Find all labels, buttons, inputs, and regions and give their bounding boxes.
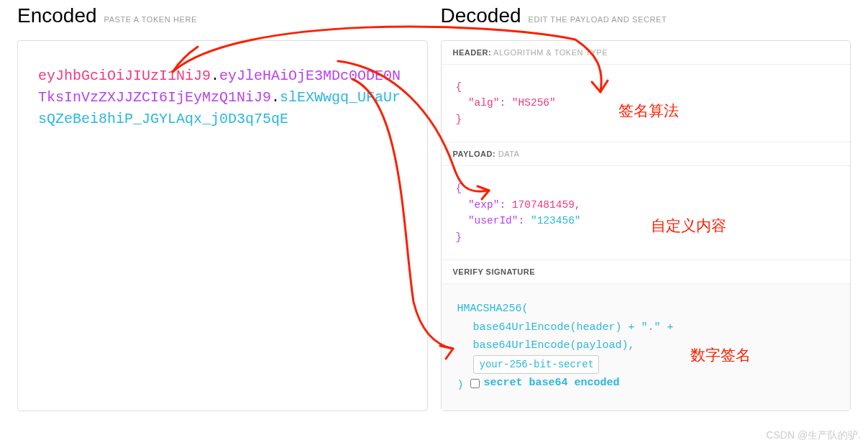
secret-base64-label: secret base64 encoded	[484, 374, 620, 393]
annotation-digital-signature: 数字签名	[690, 345, 751, 365]
decoded-title-row: Decoded EDIT THE PAYLOAD AND SECRET	[441, 4, 851, 27]
secret-base64-checkbox[interactable]	[470, 379, 480, 388]
payload-section-label: PAYLOAD: DATA	[442, 142, 851, 166]
header-section-label: HEADER: ALGORITHM & TOKEN TYPE	[442, 41, 851, 65]
annotation-custom-content: 自定义内容	[651, 216, 726, 236]
encoded-token-box[interactable]: eyJhbGciOiJIUzI1NiJ9.eyJleHAiOjE3MDc0ODE…	[17, 40, 428, 411]
decoded-panel: HEADER: ALGORITHM & TOKEN TYPE { "alg": …	[441, 40, 851, 411]
encoded-title-row: Encoded PASTE A TOKEN HERE	[17, 4, 428, 27]
encoded-title: Encoded	[17, 4, 97, 27]
annotation-sign-algo: 签名算法	[618, 101, 679, 121]
watermark: CSDN @生产队的驴.	[766, 429, 861, 442]
payload-json[interactable]: { "exp": 1707481459, "userId": "123456" …	[442, 166, 851, 260]
signature-section-label: VERIFY SIGNATURE	[442, 260, 851, 284]
encoded-subtitle: PASTE A TOKEN HERE	[104, 15, 197, 24]
token-header-part: eyJhbGciOiJIUzI1NiJ9	[38, 68, 211, 84]
signature-body: HMACSHA256( base64UrlEncode(header) + ".…	[442, 284, 851, 410]
decoded-subtitle: EDIT THE PAYLOAD AND SECRET	[529, 15, 667, 24]
secret-input[interactable]	[473, 355, 599, 374]
decoded-title: Decoded	[441, 4, 521, 27]
encoded-column: Encoded PASTE A TOKEN HERE eyJhbGciOiJIU…	[17, 4, 428, 411]
decoded-column: Decoded EDIT THE PAYLOAD AND SECRET HEAD…	[441, 4, 851, 411]
